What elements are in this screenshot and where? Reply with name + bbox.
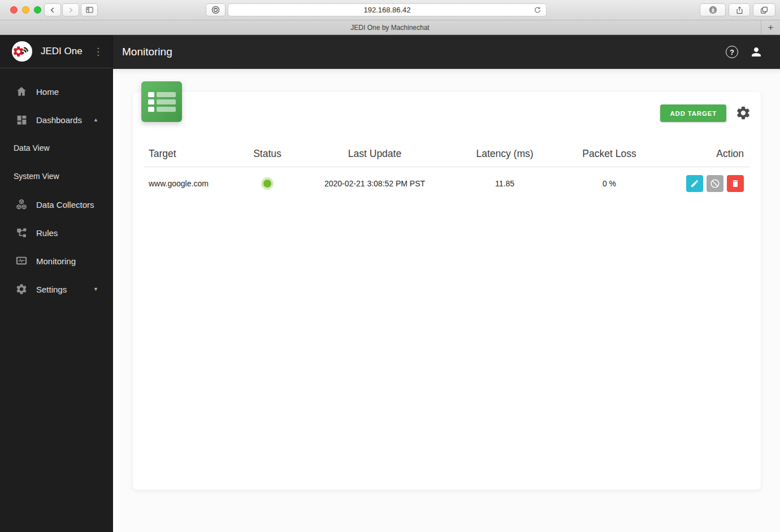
sidebar-item-rules[interactable]: Rules [0, 219, 113, 247]
delete-button[interactable] [727, 175, 744, 192]
target-cell: www.google.com [149, 179, 233, 188]
latency-cell: 11.85 [448, 179, 561, 188]
sidebar-item-system-view[interactable]: System View [0, 162, 113, 190]
forward-button[interactable] [62, 3, 79, 16]
browser-tab-bar: JEDI One by Machinechat + [0, 20, 780, 35]
last-update-cell: 2020-02-21 3:08:52 PM PST [301, 179, 448, 188]
sidebar-item-data-collectors[interactable]: Data Collectors [0, 190, 113, 219]
sidebar-item-label: System View [14, 172, 59, 181]
tab-overview-button[interactable] [753, 3, 775, 16]
sidebar-item-label: Home [36, 87, 59, 97]
close-window-button[interactable] [10, 6, 18, 14]
sidebar-item-label: Data Collectors [36, 200, 94, 210]
sidebar-item-settings[interactable]: Settings ▼ [0, 275, 113, 303]
window-controls [10, 6, 41, 14]
sidebar-item-home[interactable]: Home [0, 77, 113, 106]
column-header-last-update: Last Update [301, 148, 448, 160]
gear-icon [15, 283, 28, 295]
zoom-window-button[interactable] [34, 6, 41, 14]
add-target-button[interactable]: ADD TARGET [660, 104, 726, 122]
sidebar-item-label: Data View [14, 143, 50, 152]
app-header: Monitoring ? [113, 35, 780, 69]
caret-up-icon: ▲ [93, 117, 98, 123]
reload-icon[interactable] [533, 6, 542, 15]
table-header-row: Target Status Last Update Latency (ms) P… [144, 141, 749, 167]
onepassword-icon [211, 5, 220, 15]
list-icon [148, 92, 176, 112]
targets-table: Target Status Last Update Latency (ms) P… [144, 141, 749, 199]
column-header-packet-loss: Packet Loss [561, 148, 657, 160]
status-cell [233, 177, 301, 190]
password-extension-button[interactable] [206, 3, 226, 16]
sidebar-item-data-view[interactable]: Data View [0, 134, 113, 162]
back-button[interactable] [44, 3, 61, 16]
sidebar-item-label: Monitoring [36, 256, 76, 266]
column-header-status: Status [233, 148, 301, 160]
account-icon[interactable] [749, 45, 763, 59]
brand-title: JEDI One [41, 46, 93, 57]
sidebar-panel-icon [85, 6, 94, 14]
column-header-latency: Latency (ms) [448, 148, 561, 160]
new-tab-button[interactable]: + [761, 20, 780, 34]
chevron-right-icon [67, 6, 75, 14]
sidebar-item-monitoring[interactable]: Monitoring [0, 247, 113, 275]
download-icon [708, 5, 718, 15]
browser-titlebar: 192.168.86.42 [0, 0, 780, 20]
share-icon [735, 6, 744, 15]
status-indicator [261, 177, 274, 190]
tabs-icon [760, 6, 769, 15]
dashboard-icon [15, 114, 28, 126]
main-content: ADD TARGET Target Status Last Update Lat… [113, 69, 780, 532]
address-bar[interactable]: 192.168.86.42 [228, 3, 547, 16]
downloads-button[interactable] [700, 3, 726, 16]
plus-icon: + [768, 22, 774, 33]
jedi-one-logo [11, 41, 33, 62]
sidebar-divider [0, 68, 113, 68]
home-icon [15, 85, 28, 98]
tab-title[interactable]: JEDI One by Machinechat [350, 24, 429, 32]
sidebar-item-label: Dashboards [36, 115, 82, 125]
column-header-target: Target [149, 148, 233, 160]
sidebar-item-dashboards[interactable]: Dashboards ▲ [0, 106, 113, 134]
sidebar-item-label: Settings [36, 285, 67, 294]
cubes-icon [15, 198, 28, 211]
monitoring-icon [15, 255, 28, 267]
block-icon [710, 178, 720, 189]
settings-gear-icon[interactable] [735, 105, 751, 121]
kebab-menu-icon[interactable]: ⋮ [93, 47, 103, 56]
trash-icon [731, 179, 740, 188]
sidebar-toggle-button[interactable] [81, 3, 98, 16]
table-row: www.google.com 2020-02-21 3:08:52 PM PST… [144, 167, 749, 199]
pencil-icon [690, 179, 699, 188]
rules-flow-icon [15, 227, 28, 239]
url-text: 192.168.86.42 [363, 6, 410, 14]
chevron-left-icon [49, 6, 57, 14]
disable-button[interactable] [707, 175, 723, 192]
sidebar: JEDI One ⋮ Home Dashboards ▲ Data View S… [0, 35, 113, 532]
action-cell [657, 175, 744, 192]
share-button[interactable] [729, 3, 750, 16]
help-icon[interactable]: ? [726, 46, 738, 58]
brand-header: JEDI One ⋮ [0, 35, 113, 68]
edit-button[interactable] [686, 175, 703, 192]
monitoring-card: ADD TARGET Target Status Last Update Lat… [133, 92, 761, 490]
caret-down-icon: ▼ [93, 286, 98, 292]
monitoring-list-tile [141, 81, 182, 122]
sidebar-item-label: Rules [36, 228, 58, 238]
minimize-window-button[interactable] [22, 6, 29, 14]
column-header-action: Action [657, 148, 744, 160]
page-title: Monitoring [122, 46, 726, 58]
packet-loss-cell: 0 % [561, 179, 657, 188]
